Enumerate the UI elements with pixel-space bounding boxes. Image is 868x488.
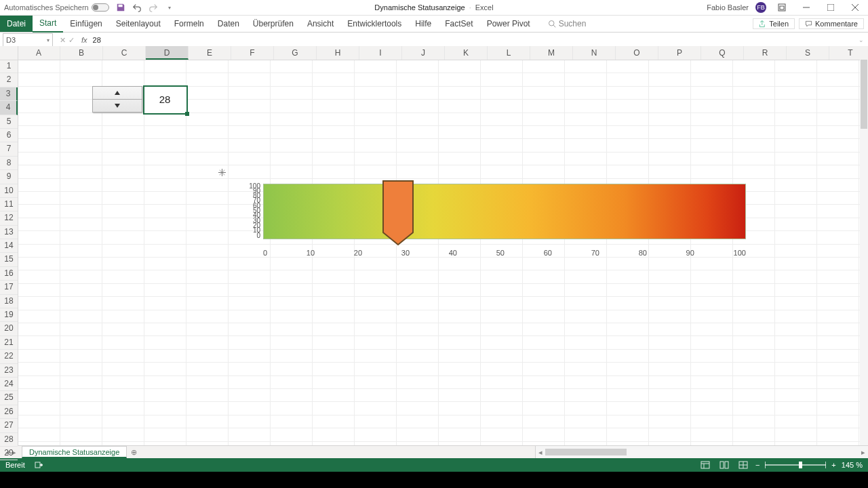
zoom-slider[interactable] (765, 464, 826, 466)
row-header-4[interactable]: 4 (0, 101, 18, 115)
ribbon-tab-power pivot[interactable]: Power Pivot (480, 16, 537, 32)
ribbon-tab-start[interactable]: Start (33, 15, 63, 33)
row-header-23[interactable]: 23 (0, 364, 18, 378)
col-header-H[interactable]: H (317, 46, 359, 60)
row-header-21[interactable]: 21 (0, 336, 18, 350)
row-header-13[interactable]: 13 (0, 226, 18, 239)
ribbon-tab-factset[interactable]: FactSet (438, 16, 479, 32)
file-tab[interactable]: Datei (0, 16, 33, 32)
maximize-icon[interactable] (822, 0, 840, 15)
col-header-F[interactable]: F (231, 46, 274, 60)
ribbon-tab-seitenlayout[interactable]: Seitenlayout (109, 16, 167, 32)
chevron-down-icon[interactable]: ▾ (47, 37, 50, 43)
save-icon[interactable] (116, 3, 125, 12)
qat-customize-icon[interactable]: ▾ (165, 3, 174, 12)
sheet-tab-active[interactable]: Dynamische Statusanzeige (22, 446, 127, 458)
row-header-8[interactable]: 8 (0, 157, 18, 170)
row-header-12[interactable]: 12 (0, 211, 18, 225)
col-header-K[interactable]: K (445, 46, 488, 60)
row-header-20[interactable]: 20 (0, 322, 18, 336)
row-header-10[interactable]: 10 (0, 184, 18, 198)
autosave-toggle[interactable]: Automatisches Speichern (4, 3, 109, 12)
comments-button[interactable]: Kommentare (799, 18, 864, 29)
ribbon-tab-entwicklertools[interactable]: Entwicklertools (340, 16, 408, 32)
select-all-corner[interactable] (0, 46, 18, 60)
ribbon-tab-einfügen[interactable]: Einfügen (63, 16, 108, 32)
redo-icon[interactable] (149, 3, 158, 12)
row-header-7[interactable]: 7 (0, 142, 18, 156)
spin-down-button[interactable] (93, 100, 142, 112)
col-header-P[interactable]: P (658, 46, 701, 60)
row-header-19[interactable]: 19 (0, 308, 18, 322)
row-header-16[interactable]: 16 (0, 267, 18, 281)
horizontal-scrollbar[interactable]: ◂ ▸ (535, 446, 868, 458)
col-header-C[interactable]: C (103, 46, 146, 60)
vscroll-thumb[interactable] (861, 47, 867, 129)
col-header-A[interactable]: A (18, 46, 60, 60)
col-header-T[interactable]: T (829, 46, 868, 60)
fx-icon[interactable]: fx (81, 36, 87, 44)
view-normal-icon[interactable] (698, 460, 712, 470)
close-icon[interactable] (846, 0, 864, 15)
col-header-B[interactable]: B (60, 46, 103, 60)
macro-record-icon[interactable] (32, 460, 45, 470)
cells-canvas[interactable]: 28 1009080706050403020100 01020304050607… (18, 60, 860, 446)
spin-up-button[interactable] (93, 87, 142, 100)
row-header-28[interactable]: 28 (0, 433, 18, 447)
ribbon-tab-hilfe[interactable]: Hilfe (408, 16, 438, 32)
tell-me-search[interactable]: Suchen (548, 19, 587, 28)
row-header-22[interactable]: 22 (0, 350, 18, 363)
row-header-15[interactable]: 15 (0, 253, 18, 266)
col-header-E[interactable]: E (189, 46, 231, 60)
new-sheet-button[interactable]: ⊕ (127, 446, 140, 458)
ribbon-tab-ansicht[interactable]: Ansicht (300, 16, 340, 32)
hscroll-right-icon[interactable]: ▸ (859, 448, 868, 457)
row-header-14[interactable]: 14 (0, 239, 18, 253)
row-header-6[interactable]: 6 (0, 129, 18, 142)
col-header-O[interactable]: O (616, 46, 658, 60)
row-header-1[interactable]: 1 (0, 60, 18, 73)
view-page-break-icon[interactable] (736, 460, 750, 470)
row-header-9[interactable]: 9 (0, 170, 18, 184)
col-header-M[interactable]: M (530, 46, 573, 60)
toggle-icon[interactable] (92, 3, 109, 12)
view-page-layout-icon[interactable] (717, 460, 731, 470)
spin-button-control[interactable] (92, 86, 142, 113)
row-header-27[interactable]: 27 (0, 419, 18, 432)
row-header-11[interactable]: 11 (0, 198, 18, 211)
avatar[interactable]: FB (755, 2, 766, 13)
row-header-3[interactable]: 3 (0, 87, 18, 101)
row-header-29[interactable]: 29 (0, 447, 18, 460)
col-header-R[interactable]: R (744, 46, 787, 60)
zoom-out-icon[interactable]: − (755, 461, 760, 469)
name-box[interactable]: D3 ▾ (3, 33, 53, 47)
ribbon-tab-überprüfen[interactable]: Überprüfen (246, 16, 300, 32)
gauge-pointer[interactable] (382, 180, 414, 246)
ribbon-tab-daten[interactable]: Daten (211, 16, 246, 32)
enter-formula-icon[interactable]: ✓ (68, 36, 75, 45)
zoom-slider-knob[interactable] (799, 462, 802, 468)
ribbon-tab-formeln[interactable]: Formeln (167, 16, 211, 32)
cancel-formula-icon[interactable]: ✕ (60, 36, 66, 45)
share-button[interactable]: Teilen (753, 18, 795, 29)
col-header-L[interactable]: L (488, 46, 530, 60)
ribbon-display-icon[interactable] (773, 0, 791, 15)
col-header-J[interactable]: J (402, 46, 445, 60)
row-header-5[interactable]: 5 (0, 115, 18, 129)
col-header-N[interactable]: N (573, 46, 616, 60)
col-header-G[interactable]: G (274, 46, 317, 60)
status-gauge-chart[interactable]: 1009080706050403020100 01020304050607080… (263, 184, 746, 258)
col-header-Q[interactable]: Q (701, 46, 744, 60)
row-header-26[interactable]: 26 (0, 405, 18, 419)
column-headers[interactable]: ABCDEFGHIJKLMNOPQRST (18, 46, 860, 60)
vertical-scrollbar[interactable] (859, 46, 868, 446)
col-header-S[interactable]: S (787, 46, 829, 60)
row-headers[interactable]: 1234567891011121314151617181920212223242… (0, 60, 18, 446)
hscroll-thumb[interactable] (545, 449, 627, 455)
zoom-in-icon[interactable]: + (831, 461, 835, 469)
row-header-18[interactable]: 18 (0, 295, 18, 308)
expand-formula-bar-icon[interactable]: ⌄ (859, 37, 864, 43)
row-header-2[interactable]: 2 (0, 73, 18, 87)
row-header-25[interactable]: 25 (0, 391, 18, 405)
hscroll-left-icon[interactable]: ◂ (536, 448, 545, 457)
